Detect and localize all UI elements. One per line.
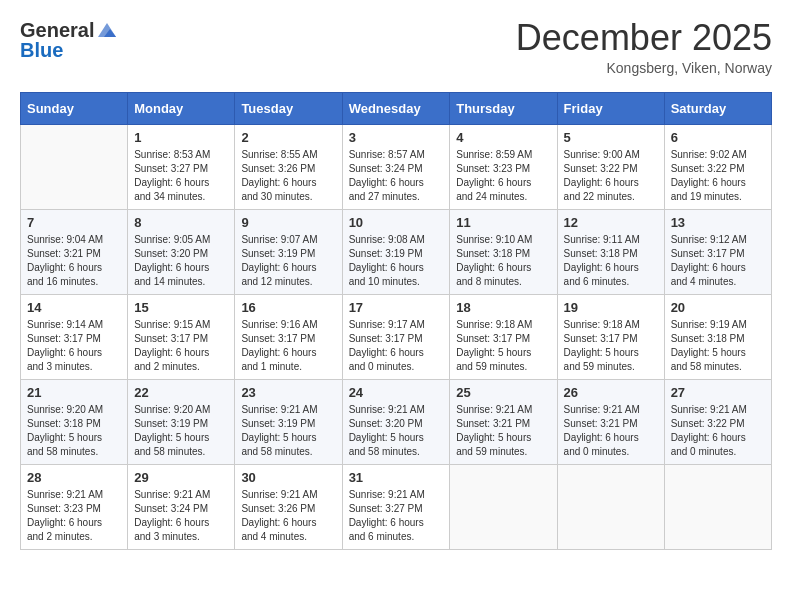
day-info: Sunrise: 9:14 AM Sunset: 3:17 PM Dayligh… [27, 318, 121, 374]
day-info: Sunrise: 9:21 AM Sunset: 3:27 PM Dayligh… [349, 488, 444, 544]
calendar-cell: 24Sunrise: 9:21 AM Sunset: 3:20 PM Dayli… [342, 380, 450, 465]
logo-general-text: General [20, 20, 94, 40]
day-info: Sunrise: 9:20 AM Sunset: 3:18 PM Dayligh… [27, 403, 121, 459]
calendar-cell: 14Sunrise: 9:14 AM Sunset: 3:17 PM Dayli… [21, 295, 128, 380]
day-info: Sunrise: 8:59 AM Sunset: 3:23 PM Dayligh… [456, 148, 550, 204]
day-number: 3 [349, 130, 444, 145]
calendar-cell: 31Sunrise: 9:21 AM Sunset: 3:27 PM Dayli… [342, 465, 450, 550]
calendar-cell [664, 465, 771, 550]
calendar-cell: 7Sunrise: 9:04 AM Sunset: 3:21 PM Daylig… [21, 210, 128, 295]
day-info: Sunrise: 9:18 AM Sunset: 3:17 PM Dayligh… [456, 318, 550, 374]
day-number: 22 [134, 385, 228, 400]
day-number: 26 [564, 385, 658, 400]
day-number: 17 [349, 300, 444, 315]
header: General Blue December 2025 Kongsberg, Vi… [20, 20, 772, 76]
calendar-week-row: 28Sunrise: 9:21 AM Sunset: 3:23 PM Dayli… [21, 465, 772, 550]
day-number: 10 [349, 215, 444, 230]
day-info: Sunrise: 9:21 AM Sunset: 3:21 PM Dayligh… [564, 403, 658, 459]
day-number: 28 [27, 470, 121, 485]
day-number: 12 [564, 215, 658, 230]
day-number: 13 [671, 215, 765, 230]
calendar-cell: 2Sunrise: 8:55 AM Sunset: 3:26 PM Daylig… [235, 125, 342, 210]
logo: General Blue [20, 20, 118, 60]
day-number: 27 [671, 385, 765, 400]
calendar-week-row: 14Sunrise: 9:14 AM Sunset: 3:17 PM Dayli… [21, 295, 772, 380]
day-number: 20 [671, 300, 765, 315]
day-info: Sunrise: 9:05 AM Sunset: 3:20 PM Dayligh… [134, 233, 228, 289]
day-number: 1 [134, 130, 228, 145]
day-number: 2 [241, 130, 335, 145]
calendar-table: SundayMondayTuesdayWednesdayThursdayFrid… [20, 92, 772, 550]
day-info: Sunrise: 9:12 AM Sunset: 3:17 PM Dayligh… [671, 233, 765, 289]
day-number: 14 [27, 300, 121, 315]
calendar-cell: 22Sunrise: 9:20 AM Sunset: 3:19 PM Dayli… [128, 380, 235, 465]
calendar-cell: 21Sunrise: 9:20 AM Sunset: 3:18 PM Dayli… [21, 380, 128, 465]
calendar-cell: 8Sunrise: 9:05 AM Sunset: 3:20 PM Daylig… [128, 210, 235, 295]
day-info: Sunrise: 9:02 AM Sunset: 3:22 PM Dayligh… [671, 148, 765, 204]
day-info: Sunrise: 9:08 AM Sunset: 3:19 PM Dayligh… [349, 233, 444, 289]
calendar-cell: 18Sunrise: 9:18 AM Sunset: 3:17 PM Dayli… [450, 295, 557, 380]
logo-blue-text: Blue [20, 39, 63, 61]
calendar-week-row: 21Sunrise: 9:20 AM Sunset: 3:18 PM Dayli… [21, 380, 772, 465]
day-number: 7 [27, 215, 121, 230]
month-title: December 2025 [516, 20, 772, 56]
day-number: 24 [349, 385, 444, 400]
day-info: Sunrise: 9:21 AM Sunset: 3:20 PM Dayligh… [349, 403, 444, 459]
calendar-cell: 1Sunrise: 8:53 AM Sunset: 3:27 PM Daylig… [128, 125, 235, 210]
day-number: 11 [456, 215, 550, 230]
calendar-week-row: 1Sunrise: 8:53 AM Sunset: 3:27 PM Daylig… [21, 125, 772, 210]
location: Kongsberg, Viken, Norway [516, 60, 772, 76]
day-number: 21 [27, 385, 121, 400]
calendar-cell: 4Sunrise: 8:59 AM Sunset: 3:23 PM Daylig… [450, 125, 557, 210]
day-number: 23 [241, 385, 335, 400]
day-info: Sunrise: 9:21 AM Sunset: 3:26 PM Dayligh… [241, 488, 335, 544]
day-info: Sunrise: 9:16 AM Sunset: 3:17 PM Dayligh… [241, 318, 335, 374]
calendar-cell: 6Sunrise: 9:02 AM Sunset: 3:22 PM Daylig… [664, 125, 771, 210]
calendar-cell: 9Sunrise: 9:07 AM Sunset: 3:19 PM Daylig… [235, 210, 342, 295]
day-info: Sunrise: 9:18 AM Sunset: 3:17 PM Dayligh… [564, 318, 658, 374]
calendar-cell: 25Sunrise: 9:21 AM Sunset: 3:21 PM Dayli… [450, 380, 557, 465]
col-header-tuesday: Tuesday [235, 93, 342, 125]
calendar-cell [450, 465, 557, 550]
calendar-cell: 27Sunrise: 9:21 AM Sunset: 3:22 PM Dayli… [664, 380, 771, 465]
calendar-cell: 17Sunrise: 9:17 AM Sunset: 3:17 PM Dayli… [342, 295, 450, 380]
day-info: Sunrise: 9:21 AM Sunset: 3:19 PM Dayligh… [241, 403, 335, 459]
col-header-sunday: Sunday [21, 93, 128, 125]
day-info: Sunrise: 9:19 AM Sunset: 3:18 PM Dayligh… [671, 318, 765, 374]
day-info: Sunrise: 9:15 AM Sunset: 3:17 PM Dayligh… [134, 318, 228, 374]
day-number: 15 [134, 300, 228, 315]
calendar-header-row: SundayMondayTuesdayWednesdayThursdayFrid… [21, 93, 772, 125]
calendar-cell: 10Sunrise: 9:08 AM Sunset: 3:19 PM Dayli… [342, 210, 450, 295]
calendar-cell: 5Sunrise: 9:00 AM Sunset: 3:22 PM Daylig… [557, 125, 664, 210]
day-info: Sunrise: 9:21 AM Sunset: 3:22 PM Dayligh… [671, 403, 765, 459]
calendar-cell: 19Sunrise: 9:18 AM Sunset: 3:17 PM Dayli… [557, 295, 664, 380]
day-info: Sunrise: 8:55 AM Sunset: 3:26 PM Dayligh… [241, 148, 335, 204]
day-info: Sunrise: 9:21 AM Sunset: 3:24 PM Dayligh… [134, 488, 228, 544]
calendar-week-row: 7Sunrise: 9:04 AM Sunset: 3:21 PM Daylig… [21, 210, 772, 295]
calendar-cell [21, 125, 128, 210]
day-number: 19 [564, 300, 658, 315]
col-header-thursday: Thursday [450, 93, 557, 125]
col-header-friday: Friday [557, 93, 664, 125]
day-number: 29 [134, 470, 228, 485]
calendar-cell: 29Sunrise: 9:21 AM Sunset: 3:24 PM Dayli… [128, 465, 235, 550]
calendar-cell: 12Sunrise: 9:11 AM Sunset: 3:18 PM Dayli… [557, 210, 664, 295]
calendar-cell: 28Sunrise: 9:21 AM Sunset: 3:23 PM Dayli… [21, 465, 128, 550]
day-number: 30 [241, 470, 335, 485]
day-number: 4 [456, 130, 550, 145]
calendar-cell: 20Sunrise: 9:19 AM Sunset: 3:18 PM Dayli… [664, 295, 771, 380]
title-section: December 2025 Kongsberg, Viken, Norway [516, 20, 772, 76]
day-info: Sunrise: 9:10 AM Sunset: 3:18 PM Dayligh… [456, 233, 550, 289]
day-info: Sunrise: 9:00 AM Sunset: 3:22 PM Dayligh… [564, 148, 658, 204]
calendar-cell: 15Sunrise: 9:15 AM Sunset: 3:17 PM Dayli… [128, 295, 235, 380]
day-info: Sunrise: 9:17 AM Sunset: 3:17 PM Dayligh… [349, 318, 444, 374]
day-info: Sunrise: 8:57 AM Sunset: 3:24 PM Dayligh… [349, 148, 444, 204]
day-info: Sunrise: 9:20 AM Sunset: 3:19 PM Dayligh… [134, 403, 228, 459]
calendar-cell: 23Sunrise: 9:21 AM Sunset: 3:19 PM Dayli… [235, 380, 342, 465]
col-header-monday: Monday [128, 93, 235, 125]
day-number: 31 [349, 470, 444, 485]
day-number: 5 [564, 130, 658, 145]
day-number: 16 [241, 300, 335, 315]
calendar-cell: 26Sunrise: 9:21 AM Sunset: 3:21 PM Dayli… [557, 380, 664, 465]
calendar-cell: 13Sunrise: 9:12 AM Sunset: 3:17 PM Dayli… [664, 210, 771, 295]
